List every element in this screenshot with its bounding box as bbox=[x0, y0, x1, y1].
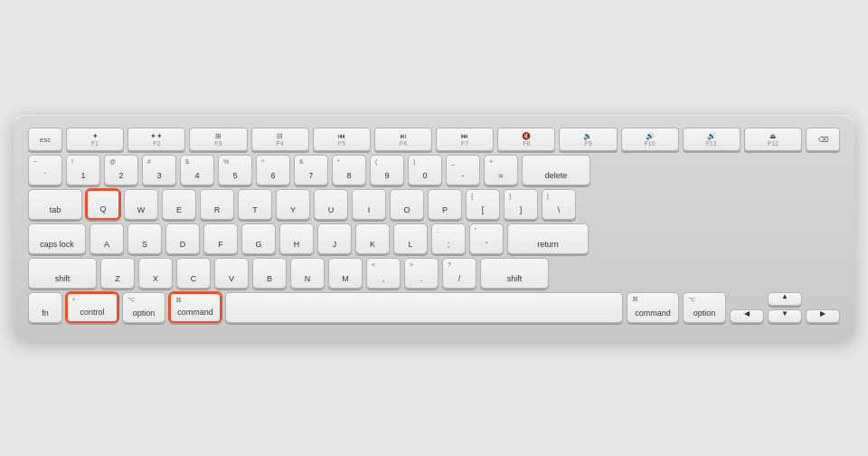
key-minus[interactable]: _ - bbox=[446, 155, 480, 185]
key-f11-icon: 🔊 bbox=[707, 132, 716, 140]
key-f9[interactable]: 🔉 F9 bbox=[559, 128, 617, 151]
key-5[interactable]: % 5 bbox=[218, 155, 252, 185]
key-j[interactable]: J bbox=[317, 223, 352, 254]
key-control-label: control bbox=[80, 309, 104, 318]
key-f1-icon: ✦ bbox=[92, 132, 99, 140]
key-equals[interactable]: + = bbox=[484, 155, 518, 185]
key-comma[interactable]: < , bbox=[366, 258, 401, 289]
key-r[interactable]: R bbox=[200, 189, 234, 220]
key-b-label: B bbox=[267, 275, 272, 284]
key-f11[interactable]: 🔊 F11 bbox=[683, 128, 741, 151]
key-power[interactable]: ⌫ bbox=[806, 128, 840, 151]
key-shift-right[interactable]: shift bbox=[480, 258, 549, 289]
key-space[interactable] bbox=[225, 292, 623, 323]
key-f2[interactable]: ✦✦ F2 bbox=[127, 128, 185, 151]
key-c[interactable]: C bbox=[176, 258, 211, 289]
key-command-left[interactable]: ⌘ command bbox=[169, 292, 222, 323]
key-6[interactable]: ^ 6 bbox=[256, 155, 290, 185]
key-fn[interactable]: fn bbox=[28, 292, 62, 323]
key-7-top: & bbox=[299, 158, 304, 165]
key-i[interactable]: I bbox=[352, 189, 386, 220]
key-3-main: 3 bbox=[156, 172, 161, 181]
key-control[interactable]: ^ control bbox=[66, 292, 118, 323]
key-shift-left[interactable]: shift bbox=[28, 258, 97, 289]
key-tab[interactable]: tab bbox=[28, 189, 82, 220]
key-v[interactable]: V bbox=[214, 258, 249, 289]
key-fn-label: fn bbox=[42, 309, 49, 318]
key-f8-label: F8 bbox=[523, 140, 530, 147]
key-1[interactable]: ! 1 bbox=[66, 155, 100, 185]
key-option-right-top: ⌥ bbox=[688, 296, 695, 302]
key-l[interactable]: L bbox=[393, 223, 428, 254]
key-arrow-left-label: ◀ bbox=[744, 310, 750, 318]
bottom-row: fn ^ control ⌥ option ⌘ command ⌘ comman… bbox=[28, 292, 840, 323]
key-backslash[interactable]: | \ bbox=[542, 189, 576, 220]
key-option-right[interactable]: ⌥ option bbox=[683, 292, 726, 323]
key-f[interactable]: F bbox=[203, 223, 238, 254]
key-f12[interactable]: ⏏ F12 bbox=[744, 128, 802, 151]
key-a[interactable]: A bbox=[90, 223, 124, 254]
key-q[interactable]: Q bbox=[86, 189, 120, 220]
key-slash[interactable]: ? / bbox=[442, 258, 476, 289]
key-f3[interactable]: ⊞ F3 bbox=[189, 128, 247, 151]
key-option-left[interactable]: ⌥ option bbox=[122, 292, 165, 323]
key-capslock[interactable]: caps lock bbox=[28, 223, 86, 254]
key-f6[interactable]: ⏯ F6 bbox=[374, 128, 432, 151]
key-7[interactable]: & 7 bbox=[294, 155, 328, 185]
key-k[interactable]: K bbox=[355, 223, 390, 254]
key-3[interactable]: # 3 bbox=[142, 155, 176, 185]
key-f10[interactable]: 🔊 F10 bbox=[621, 128, 679, 151]
key-x[interactable]: X bbox=[138, 258, 173, 289]
key-s[interactable]: S bbox=[127, 223, 162, 254]
key-quote[interactable]: " ' bbox=[469, 223, 504, 254]
key-e[interactable]: E bbox=[162, 189, 196, 220]
key-h[interactable]: H bbox=[279, 223, 314, 254]
key-arrow-up[interactable]: ▲ bbox=[768, 292, 802, 306]
key-9[interactable]: ( 9 bbox=[370, 155, 404, 185]
key-o[interactable]: O bbox=[390, 189, 424, 220]
key-delete[interactable]: delete bbox=[522, 155, 590, 185]
key-u-label: U bbox=[328, 206, 335, 215]
key-minus-main: - bbox=[462, 172, 465, 181]
key-f7[interactable]: ⏭ F7 bbox=[436, 128, 494, 151]
key-semicolon[interactable]: : ; bbox=[431, 223, 466, 254]
key-2[interactable]: @ 2 bbox=[104, 155, 138, 185]
key-return[interactable]: return bbox=[507, 223, 589, 254]
key-g[interactable]: G bbox=[241, 223, 276, 254]
key-f1[interactable]: ✦ F1 bbox=[66, 128, 124, 151]
qwerty-row: tab Q W E R T Y U I O P bbox=[28, 189, 840, 220]
key-quote-main: ' bbox=[486, 241, 487, 250]
key-f2-icon: ✦✦ bbox=[150, 132, 163, 140]
key-t[interactable]: T bbox=[238, 189, 272, 220]
key-z[interactable]: Z bbox=[100, 258, 135, 289]
key-8[interactable]: * 8 bbox=[332, 155, 366, 185]
key-0[interactable]: ) 0 bbox=[408, 155, 442, 185]
key-slash-top: ? bbox=[448, 261, 451, 268]
key-semicolon-top: : bbox=[437, 227, 439, 233]
key-rbracket[interactable]: } ] bbox=[504, 189, 538, 220]
key-f4[interactable]: ⊟ F4 bbox=[251, 128, 309, 151]
key-y[interactable]: Y bbox=[276, 189, 310, 220]
key-period[interactable]: > . bbox=[404, 258, 439, 289]
function-row: esc ✦ F1 ✦✦ F2 ⊞ F3 ⊟ F4 ⏮ F5 ⏯ F6 ⏭ F7 bbox=[28, 128, 840, 151]
key-tilde[interactable]: ~ ` bbox=[28, 155, 62, 185]
key-w[interactable]: W bbox=[124, 189, 158, 220]
key-power-icon: ⌫ bbox=[818, 136, 828, 144]
key-p[interactable]: P bbox=[428, 189, 462, 220]
key-arrow-left[interactable]: ◀ bbox=[730, 309, 764, 323]
key-u[interactable]: U bbox=[314, 189, 348, 220]
key-arrow-right[interactable]: ▶ bbox=[806, 309, 840, 323]
key-arrow-down-label: ▼ bbox=[781, 310, 788, 318]
key-f8[interactable]: 🔇 F8 bbox=[497, 128, 555, 151]
key-n[interactable]: N bbox=[290, 258, 325, 289]
key-d[interactable]: D bbox=[165, 223, 200, 254]
key-k-label: K bbox=[370, 241, 375, 250]
key-b[interactable]: B bbox=[252, 258, 287, 289]
key-lbracket[interactable]: { [ bbox=[466, 189, 500, 220]
key-f5[interactable]: ⏮ F5 bbox=[313, 128, 371, 151]
key-command-right[interactable]: ⌘ command bbox=[627, 292, 679, 323]
key-4[interactable]: $ 4 bbox=[180, 155, 214, 185]
key-esc[interactable]: esc bbox=[28, 128, 62, 151]
key-arrow-down[interactable]: ▼ bbox=[768, 309, 802, 323]
key-m[interactable]: M bbox=[328, 258, 363, 289]
